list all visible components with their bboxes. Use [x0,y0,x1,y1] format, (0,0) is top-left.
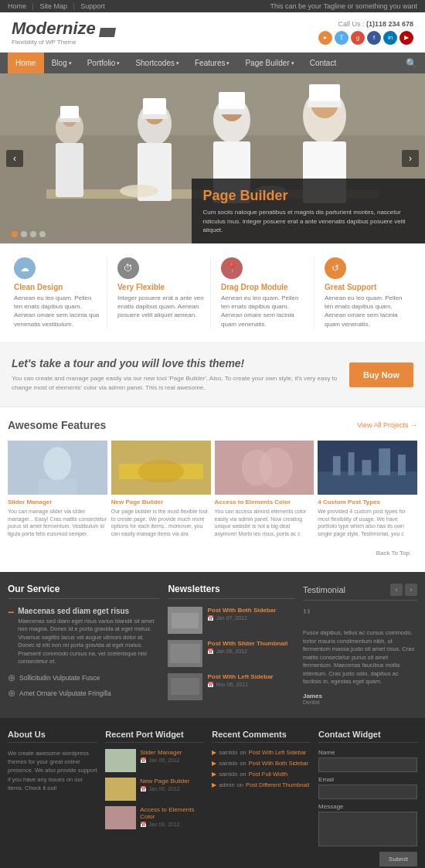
hero-next-button[interactable]: › [402,150,419,167]
svg-rect-38 [362,460,372,475]
contact-name-input[interactable] [318,757,417,772]
rc-arrow-2: ▶ [212,760,216,767]
portfolio-thumb-3 [215,441,314,495]
hero-dot-3[interactable] [30,231,36,237]
newsletter-item-3: Post With Left Sidebar 📅 Nov 06, 2011 [168,673,295,700]
rc-arrow-3: ▶ [212,771,216,778]
twitter-icon[interactable]: 𝕋 [335,31,348,45]
buy-now-button[interactable]: Buy Now [349,363,413,387]
contact-message-textarea[interactable] [318,812,417,846]
feature-flexible: ⏱ Very Flexible Integer posuere erat a a… [111,257,211,328]
rc-link-2[interactable]: Post With Both Sidebar [249,760,309,767]
newsletter-date-1: 📅 Jan 07, 2012 [207,615,295,621]
service-link-1[interactable]: ⊕ Sollicitudin Vulputate Fusce [8,672,160,683]
testimonial-title: Testimonial [303,585,345,594]
nav-features[interactable]: Features▾ [187,53,237,73]
nav-home[interactable]: Home [8,53,44,73]
testimonial-author: James [303,693,417,700]
rc-item-3: ▶ saintdo on Post Full Width [212,771,311,778]
contact-email-input[interactable] [318,785,417,799]
newsletters-column: Newsletters Post With Both Sidebar 📅 Jan… [168,584,295,706]
rp-date-1: 📅 Jan 06, 2012 [140,757,182,764]
hero-prev-button[interactable]: ‹ [6,150,23,167]
footer-about-title: About Us [8,730,97,743]
service-link-2[interactable]: ⊕ Amet Ornare Vulputate Fringilla [8,688,160,699]
hero-dot-2[interactable] [21,231,27,237]
sitemap-link[interactable]: Site Map [39,2,67,10]
nav-portfolio[interactable]: Portfolio▾ [80,53,128,73]
nav-blog[interactable]: Blog▾ [44,53,80,73]
rp-item-1: Slider Manager 📅 Jan 06, 2012 [105,749,204,772]
portfolio-name-4[interactable]: 4 Custom Post Types [318,499,417,505]
rp-thumb-2 [105,778,136,801]
testimonial-prev-button[interactable]: ‹ [390,584,403,596]
newsletter-title-3[interactable]: Post With Left Sidebar [207,673,295,680]
hero-dot-1[interactable] [12,231,18,237]
newsletter-thumb-3 [168,673,202,700]
linkedin-icon[interactable]: in [383,31,397,45]
testimonial-next-button[interactable]: › [405,584,417,596]
service-minus-icon: − [8,607,14,618]
rp-date-2: 📅 Jan 06, 2012 [140,786,189,792]
svg-rect-27 [39,479,77,495]
youtube-icon[interactable]: ▶ [400,31,413,45]
logo[interactable]: Modernize Flexibility of WP Theme [12,19,115,46]
rc-link-3[interactable]: Post Full Width [249,771,287,778]
tagline: This can be your Tagline or something yo… [270,2,417,10]
rss-icon[interactable]: ▸ [318,31,332,45]
tour-content: Let's take a tour and you will love this… [12,357,338,393]
support-link[interactable]: Support [80,2,105,10]
svg-rect-39 [379,448,390,475]
tour-section: Let's take a tour and you will love this… [0,343,425,407]
portfolio-name-2[interactable]: New Page Builder [111,499,211,505]
rp-title-3[interactable]: Access to Elements Color [140,806,204,820]
facebook-icon[interactable]: f [367,31,381,45]
nav-contact[interactable]: Contact [302,53,344,73]
cloud-icon: ☁ [14,257,36,279]
portfolio-name-1[interactable]: Slider Manager [8,499,107,505]
newsletter-title-1[interactable]: Post With Both Sidebar [207,607,295,614]
feature-title-1: Clean Design [14,283,63,291]
tour-text: You can create and manage page easily vi… [12,374,338,393]
portfolio-desc-4: We provided 4 custom post types for most… [318,508,417,538]
service-main-title: Maecenas sed diam eget risus [18,607,160,615]
newsletter-content-1: Post With Both Sidebar 📅 Jan 07, 2012 [207,607,295,621]
portfolio-desc-3: You can access almost elements color eas… [215,508,314,538]
contact-email-label: Email [318,776,417,783]
newsletter-title-2[interactable]: Post With Slider Thumbnail [207,640,295,647]
hero-dot-4[interactable] [39,231,46,237]
rc-link-4[interactable]: Post Different Thumbnail [246,781,309,788]
svg-rect-37 [348,452,355,475]
svg-rect-46 [171,678,199,695]
feature-support: ↺ Great Support Aenean eu leo quam. Pell… [318,257,417,328]
rp-title-1[interactable]: Slider Manager [140,749,182,756]
plus-icon-1: ⊕ [8,672,15,683]
submit-button[interactable]: Submit [379,852,417,866]
rp-title-2[interactable]: New Page Builder [140,778,189,785]
rp-thumb-3 [105,806,136,829]
contact-message-label: Message [318,803,417,810]
view-all-link[interactable]: View All Projects → [357,421,417,429]
back-to-top-link[interactable]: Back To Top [8,546,417,560]
home-link[interactable]: Home [8,2,26,10]
rc-author-4: admin [219,781,234,788]
social-icons: ▸ 𝕋 g f in ▶ [318,31,413,45]
rc-link-1[interactable]: Post With Left Sidebar [249,749,307,756]
svg-rect-48 [105,778,136,801]
nav-page-builder[interactable]: Page Builder▾ [237,53,301,73]
gplus-icon[interactable]: g [351,31,365,45]
rc-arrow-4: ▶ [212,781,216,788]
nav-shortcodes[interactable]: Shortcodes▾ [128,53,187,73]
newsletter-content-3: Post With Left Sidebar 📅 Nov 06, 2011 [207,673,295,688]
contact-name-label: Name [318,749,417,756]
portfolio-name-3[interactable]: Access to Elements Color [215,499,314,505]
svg-rect-4 [56,143,83,197]
feature-title-4: Great Support [325,283,376,291]
hero-section: Page Builder Cum sociis natoque penatibu… [0,73,425,243]
search-icon[interactable]: 🔍 [406,58,417,69]
testimonial-nav: ‹ › [390,584,417,596]
svg-rect-44 [170,644,200,663]
feature-text-4: Aenean eu leo quam. Pellen ten enats dap… [325,294,411,328]
svg-point-23 [120,185,158,197]
portfolio-item-4: 4 Custom Post Types We provided 4 custom… [318,441,417,538]
